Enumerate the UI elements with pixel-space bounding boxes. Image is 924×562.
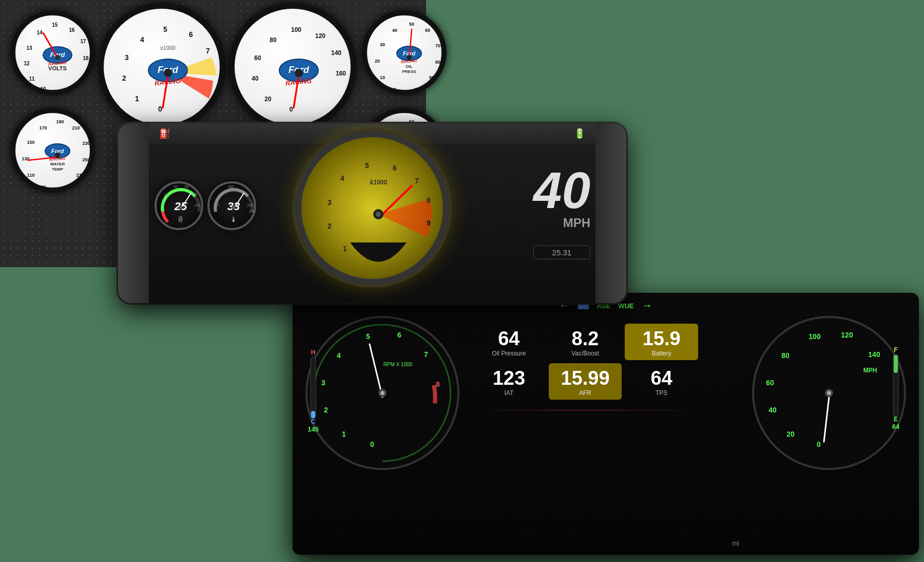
svg-text:x̄1000: x̄1000 [370, 179, 388, 186]
gauge-volts: 10 11 12 13 14 15 16 17 18 VOLTS Ford RA… [10, 10, 95, 95]
svg-point-101 [179, 205, 183, 210]
svg-text:3: 3 [125, 53, 129, 62]
vac-boost-label: Vac/Boost [553, 350, 618, 357]
svg-rect-158 [894, 355, 898, 373]
svg-text:E: E [894, 416, 898, 423]
right-chrome [595, 123, 626, 303]
svg-text:4: 4 [337, 351, 341, 360]
svg-text:RPM X 1000: RPM X 1000 [383, 362, 413, 367]
battery-value: 15.9 [629, 329, 694, 348]
gauge-oil-press-top: 0 10 20 30 40 50 60 70 80 90 100 OIL PRE… [362, 10, 447, 95]
vac-boost-value: 8.2 [553, 329, 618, 348]
svg-text:100: 100 [291, 26, 301, 33]
svg-text:180: 180 [228, 185, 234, 189]
svg-text:18: 18 [83, 55, 89, 61]
svg-text:20: 20 [786, 430, 795, 438]
btm-tachometer: 0 1 2 3 4 5 6 7 8 RPM X 1000 H [303, 313, 462, 473]
svg-text:60: 60 [425, 28, 430, 33]
svg-text:80: 80 [193, 192, 197, 196]
svg-text:0: 0 [370, 440, 374, 448]
svg-text:210: 210 [72, 125, 80, 130]
svg-text:0: 0 [290, 106, 293, 113]
svg-point-109 [232, 205, 236, 210]
svg-text:🌡: 🌡 [230, 215, 237, 223]
svg-text:8: 8 [427, 196, 431, 204]
svg-text:13: 13 [26, 45, 32, 51]
svg-text:4: 4 [340, 174, 344, 182]
svg-text:260: 260 [249, 210, 255, 213]
svg-text:5: 5 [365, 161, 369, 170]
svg-point-28 [164, 69, 172, 77]
mini-gauge-temp: 33 🌡 140 180 220 260 [207, 181, 256, 230]
svg-text:17: 17 [80, 39, 86, 44]
svg-text:5: 5 [366, 332, 370, 341]
left-mini-gauges: 25 🛢 0 20 40 60 80 100 [151, 152, 259, 259]
svg-text:70: 70 [435, 43, 440, 48]
iat-label: IAT [476, 389, 542, 397]
iat-value: 123 [476, 368, 542, 388]
data-divider [472, 410, 698, 410]
svg-text:14: 14 [36, 30, 43, 35]
center-tachometer: 0 1 2 3 4 5 6 7 8 9 x̄1000 [295, 131, 449, 285]
svg-text:6: 6 [189, 30, 193, 39]
svg-text:2: 2 [328, 222, 332, 230]
svg-text:F: F [894, 346, 897, 353]
svg-text:220: 220 [247, 203, 253, 207]
speed-display: 40 MPH 25.31 [533, 164, 590, 259]
battery-status-icon [578, 303, 589, 309]
svg-text:0: 0 [817, 440, 821, 448]
svg-text:120: 120 [315, 32, 325, 40]
svg-text:9: 9 [427, 219, 431, 227]
svg-text:30: 30 [380, 42, 385, 47]
speed-value: 40 [533, 164, 590, 216]
svg-text:6: 6 [397, 331, 401, 339]
svg-text:7: 7 [206, 47, 210, 55]
svg-text:90: 90 [41, 184, 46, 190]
svg-text:3: 3 [328, 198, 332, 207]
svg-text:60: 60 [766, 379, 774, 387]
svg-text:H: H [311, 349, 316, 356]
svg-text:12: 12 [24, 61, 30, 66]
vac-boost-cell: 8.2 Vac/Boost [549, 324, 622, 360]
btm-speedometer: 0 20 40 60 80 100 120 140 MPH F E [749, 313, 909, 473]
svg-text:5: 5 [163, 25, 167, 33]
oil-pressure-cell: 64 Oil Pressure [472, 324, 546, 360]
svg-text:6: 6 [393, 164, 397, 172]
svg-text:7: 7 [415, 177, 419, 185]
svg-text:10: 10 [40, 86, 46, 92]
svg-text:190: 190 [56, 119, 64, 124]
afr-cell: 15.99 AFR [549, 363, 622, 400]
svg-point-14 [55, 55, 60, 60]
afr-value: 15.99 [553, 368, 618, 388]
data-row-1: 64 Oil Pressure 8.2 Vac/Boost 15.9 Batte… [472, 324, 698, 360]
svg-text:90: 90 [429, 75, 434, 80]
svg-text:1: 1 [135, 95, 139, 103]
svg-text:230: 230 [82, 141, 90, 146]
svg-text:1: 1 [342, 430, 346, 438]
svg-point-123 [376, 212, 381, 217]
svg-text:20: 20 [375, 59, 380, 64]
svg-text:x1000: x1000 [160, 45, 176, 51]
svg-text:0: 0 [158, 105, 162, 113]
svg-text:64: 64 [892, 423, 900, 430]
svg-text:170: 170 [39, 125, 47, 130]
svg-point-77 [55, 153, 60, 158]
gauge-water-temp: 90 110 130 150 170 190 210 230 250 270 W… [10, 108, 95, 193]
svg-text:160: 160 [336, 70, 346, 77]
battery-cell: 15.9 Battery [625, 324, 698, 360]
svg-text:100: 100 [194, 203, 200, 207]
svg-text:110: 110 [27, 173, 34, 178]
svg-text:1: 1 [343, 245, 347, 253]
fuel-icon: ⛽ [159, 128, 170, 139]
svg-text:0: 0 [162, 203, 164, 207]
svg-text:3: 3 [321, 379, 325, 387]
svg-text:150: 150 [27, 140, 34, 145]
tps-value: 64 [629, 368, 694, 388]
svg-text:TEMP: TEMP [52, 167, 64, 172]
svg-point-42 [295, 69, 303, 77]
btm-odometer-label: mi [732, 539, 739, 547]
svg-text:2: 2 [122, 74, 126, 82]
svg-text:WATER: WATER [50, 162, 65, 166]
iat-cell: 123 IAT [472, 363, 546, 400]
mi-label: mi [732, 539, 739, 547]
